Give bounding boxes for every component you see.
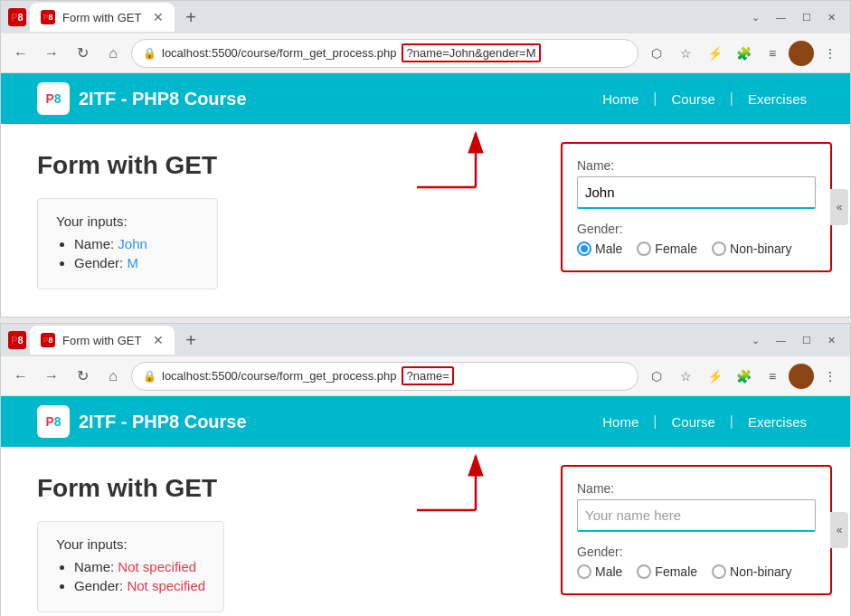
puzzle-icon-2[interactable]: 🧩 <box>731 364 756 389</box>
share-icon-2[interactable]: ⬡ <box>644 364 669 389</box>
address-bar-1[interactable]: 🔒 localhost:5500/course/form_get_process… <box>131 39 638 68</box>
tab-close-2[interactable]: ✕ <box>153 333 164 347</box>
input-key-gender-1: Gender: <box>74 255 127 270</box>
gender-male-1[interactable]: Male <box>577 242 622 256</box>
new-tab-btn-2[interactable]: + <box>178 327 203 353</box>
radio-male-1[interactable] <box>577 242 591 256</box>
lock-icon-1: 🔒 <box>143 47 156 60</box>
collapse-btn-1[interactable]: « <box>830 189 848 225</box>
browser-tab-1[interactable]: P8 Form with GET ✕ <box>30 3 175 32</box>
more-icon-1[interactable]: ⋮ <box>818 41 843 66</box>
site-nav-2: Home | Course | Exercises <box>595 411 814 433</box>
more-icon-2[interactable]: ⋮ <box>818 364 843 389</box>
profile-avatar-2[interactable] <box>789 364 814 389</box>
input-value-gender-2: Not specified <box>127 578 205 593</box>
site-header-1: P8 2ITF - PHP8 Course Home | Course | Ex… <box>1 73 850 124</box>
nav-course-2[interactable]: Course <box>664 411 722 433</box>
star-icon-2[interactable]: ☆ <box>673 364 698 389</box>
input-key-gender-2: Gender: <box>74 578 127 593</box>
nav-exercises-1[interactable]: Exercises <box>741 88 814 110</box>
reload-btn-2[interactable]: ↻ <box>70 364 95 389</box>
url-highlight-1: ?name=John&gender=M <box>402 43 540 62</box>
ext-icon-2[interactable]: ⚡ <box>702 364 727 389</box>
puzzle-icon-1[interactable]: 🧩 <box>731 41 756 66</box>
input-item-name-1: Name: John <box>74 236 199 251</box>
profile-avatar-1[interactable] <box>789 41 814 66</box>
close-btn-1[interactable]: ✕ <box>820 10 843 25</box>
collapse-btn-2[interactable]: « <box>830 512 848 548</box>
ext-icon-1[interactable]: ⚡ <box>702 41 727 66</box>
favicon-2: P8 <box>8 331 26 349</box>
menu-icon-1[interactable]: ≡ <box>760 41 785 66</box>
website-2: P8 2ITF - PHP8 Course Home | Course | Ex… <box>1 396 850 616</box>
tab-favicon-2: P8 <box>41 333 55 347</box>
maximize-btn-1[interactable]: — <box>769 10 793 25</box>
name-input-1[interactable] <box>577 176 816 209</box>
nav-home-1[interactable]: Home <box>595 88 646 110</box>
window-controls-2: ⌄ — ☐ ✕ <box>744 333 843 348</box>
home-btn-2[interactable]: ⌂ <box>100 364 126 389</box>
nav-sep1-1: | <box>653 90 657 107</box>
menu-icon-2[interactable]: ≡ <box>760 364 785 389</box>
logo-badge-1: P8 <box>37 82 70 115</box>
url-text-2: localhost:5500/course/form_get_process.p… <box>162 369 396 383</box>
inputs-label-1: Your inputs: <box>56 213 199 229</box>
input-key-name-1: Name: <box>74 236 118 251</box>
close-btn-2[interactable]: ✕ <box>820 333 843 348</box>
radio-male-2[interactable] <box>577 564 591 579</box>
input-item-name-2: Name: Not specified <box>74 559 205 574</box>
nav-exercises-2[interactable]: Exercises <box>741 411 814 433</box>
address-bar-2[interactable]: 🔒 localhost:5500/course/form_get_process… <box>131 362 638 391</box>
input-value-name-1: John <box>118 236 147 251</box>
toolbar-2: ← → ↻ ⌂ 🔒 localhost:5500/course/form_get… <box>1 356 850 396</box>
gender-male-label-1: Male <box>595 242 622 256</box>
radio-female-1[interactable] <box>637 242 651 256</box>
forward-btn-1[interactable]: → <box>39 41 64 66</box>
home-btn-1[interactable]: ⌂ <box>100 41 126 66</box>
nav-home-2[interactable]: Home <box>595 411 646 433</box>
form-panel-2: Name: Gender: Male Female <box>561 465 832 595</box>
titlebar-1: P8 P8 Form with GET ✕ + ⌄ — ☐ ✕ <box>1 1 850 33</box>
tab-favicon-1: P8 <box>41 10 55 24</box>
reload-btn-1[interactable]: ↻ <box>70 41 95 66</box>
star-icon-1[interactable]: ☆ <box>673 41 698 66</box>
maximize-btn-2[interactable]: — <box>769 333 793 348</box>
nav-sep1-2: | <box>653 413 657 430</box>
toolbar-1: ← → ↻ ⌂ 🔒 localhost:5500/course/form_get… <box>1 33 850 73</box>
restore-btn-2[interactable]: ☐ <box>795 333 818 348</box>
logo-text-1: 2ITF - PHP8 Course <box>79 89 247 109</box>
gender-nonbinary-2[interactable]: Non-binary <box>712 564 791 579</box>
back-btn-1[interactable]: ← <box>8 41 33 66</box>
radio-nonbinary-1[interactable] <box>712 242 726 256</box>
radio-female-2[interactable] <box>637 564 651 579</box>
gender-female-1[interactable]: Female <box>637 242 697 256</box>
website-1: P8 2ITF - PHP8 Course Home | Course | Ex… <box>1 73 850 317</box>
gender-male-2[interactable]: Male <box>577 564 622 579</box>
inputs-list-1: Name: John Gender: M <box>56 236 199 270</box>
gender-options-2: Male Female Non-binary <box>577 564 816 579</box>
gender-label-1: Gender: <box>577 222 816 236</box>
back-btn-2[interactable]: ← <box>8 364 33 389</box>
site-logo-1: P8 2ITF - PHP8 Course <box>37 82 247 115</box>
inputs-box-1: Your inputs: Name: John Gender: M <box>37 198 218 289</box>
new-tab-btn-1[interactable]: + <box>178 5 203 30</box>
logo-text-2: 2ITF - PHP8 Course <box>79 412 247 432</box>
input-value-gender-1: M <box>127 255 138 270</box>
tab-close-1[interactable]: ✕ <box>153 10 164 24</box>
radio-nonbinary-2[interactable] <box>712 564 726 579</box>
gender-nonbinary-1[interactable]: Non-binary <box>712 242 791 256</box>
name-input-2[interactable] <box>577 499 816 532</box>
restore-btn-1[interactable]: ☐ <box>795 10 818 25</box>
minimize-btn-1[interactable]: ⌄ <box>744 10 767 25</box>
share-icon-1[interactable]: ⬡ <box>644 41 669 66</box>
forward-btn-2[interactable]: → <box>39 364 64 389</box>
browser-tab-2[interactable]: P8 Form with GET ✕ <box>30 326 175 355</box>
inputs-list-2: Name: Not specified Gender: Not specifie… <box>56 559 205 593</box>
gender-female-2[interactable]: Female <box>637 564 697 579</box>
inputs-box-2: Your inputs: Name: Not specified Gender:… <box>37 521 224 612</box>
site-body-wrapper-1: Form with GET Your inputs: Name: John Ge… <box>1 124 850 317</box>
toolbar-right-2: ⬡ ☆ ⚡ 🧩 ≡ ⋮ <box>644 364 843 389</box>
minimize-btn-2[interactable]: ⌄ <box>744 333 767 348</box>
site-body-1: Form with GET Your inputs: Name: John Ge… <box>1 124 850 317</box>
nav-course-1[interactable]: Course <box>664 88 722 110</box>
